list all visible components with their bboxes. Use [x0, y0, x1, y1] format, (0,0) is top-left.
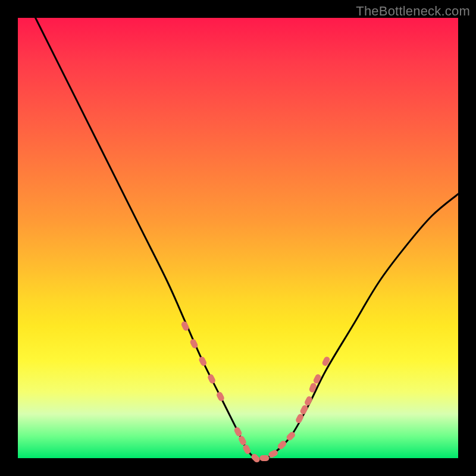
chart-svg	[18, 18, 458, 458]
curve-layer	[36, 18, 458, 459]
plot-area	[18, 18, 458, 458]
highlight-dot	[207, 373, 217, 384]
watermark-text: TheBottleneck.com	[356, 4, 470, 19]
highlight-dot	[237, 435, 247, 446]
highlight-dot	[198, 356, 208, 367]
highlight-dot	[233, 426, 243, 437]
bottleneck-curve-path	[36, 18, 458, 459]
highlight-dot	[215, 391, 225, 402]
dots-layer	[180, 321, 331, 464]
highlight-dot	[259, 455, 269, 461]
chart-frame: TheBottleneck.com	[0, 0, 476, 476]
